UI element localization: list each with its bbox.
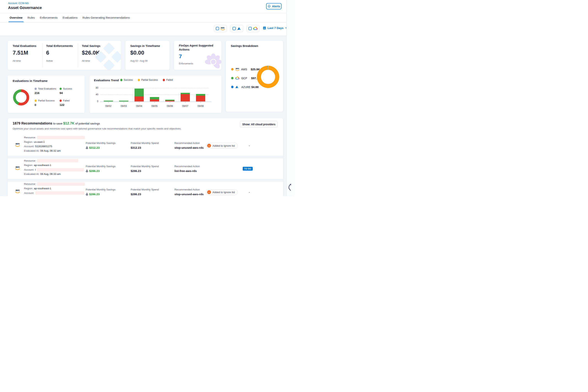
tab-rules[interactable]: Rules: [28, 13, 35, 22]
legend-value: 94: [60, 91, 72, 94]
recommendation-row[interactable]: awsResource:Region:ap-southeast-1Account…: [8, 158, 283, 179]
breakdown-legend-azure: AZURE$4.88: [231, 85, 260, 88]
legend-item-partial-success: Partial Success0: [34, 99, 54, 106]
bar-slot-08-02: [101, 88, 116, 102]
value-text: $312.23: [89, 146, 100, 149]
legend-dot: [231, 77, 234, 79]
recommendation-row[interactable]: awsResource:Region:ap-southeast-1Account…: [8, 182, 283, 196]
savings-breakdown-donut: [257, 66, 279, 88]
overview-content: Total Evaluations7.51MAll-timeTotal Enfo…: [0, 36, 286, 196]
column-recommended-action: Recommended Actionstop-unused-aws-rds: [174, 188, 204, 196]
value-text: list-free-aws-rds: [174, 169, 197, 172]
column-potential-monthly-spend: Potential Monthly Spend$312.23: [131, 142, 159, 149]
date-range-selector[interactable]: Last 7 Days: [263, 26, 287, 30]
legend-text: Partial Success: [38, 99, 54, 102]
value-text: $286.23: [131, 192, 141, 196]
bar-segment-success: [181, 93, 190, 94]
cloud-provider-filter-dropdown[interactable]: Show: All cloud providers: [240, 121, 278, 128]
tab-enforcements[interactable]: Enforcements: [40, 13, 58, 22]
ignored-status-pill[interactable]: –Added to Ignore list: [206, 189, 238, 195]
aws-checkbox[interactable]: [216, 27, 219, 30]
ignored-status-pill[interactable]: –Added to Ignore list: [206, 143, 238, 148]
bar-segment-failed: [165, 101, 174, 102]
alerts-button[interactable]: Alerts: [266, 3, 282, 10]
ai-assistant-icon[interactable]: [288, 184, 292, 194]
alerts-button-label: Alerts: [272, 4, 280, 8]
bar-slot-08-05: [147, 88, 162, 102]
empty-cell-dash: -: [249, 144, 250, 147]
value-text: stop-unused-aws-rds: [174, 146, 204, 149]
legend-text: Partial Success: [141, 78, 158, 81]
row-separator: [8, 156, 283, 158]
x-axis-label-08-03: 08/03: [116, 103, 132, 108]
azure-logo-icon: [237, 27, 241, 30]
axis-tick: [154, 102, 155, 103]
bar-segment-success: [150, 97, 159, 99]
divider: [78, 44, 78, 67]
bar-slot-08-08: [193, 88, 208, 102]
evaluations-trend-card: Evaluations Trend SuccessPartial Success…: [90, 76, 221, 113]
gcp-checkbox[interactable]: [248, 27, 252, 30]
detail-label: Region:: [24, 164, 33, 166]
gcp-logo-wrap: [235, 76, 240, 80]
aws-logo-icon: aws: [15, 189, 20, 193]
detail-line-account: Account:: [24, 192, 84, 195]
detail-label: Account:: [24, 168, 34, 171]
cloud-provider-filter-label: Show: All cloud providers: [242, 123, 275, 126]
column-recommended-action: Recommended Actionstop-unused-aws-rds: [174, 142, 204, 149]
provider-filter-gcp[interactable]: [246, 25, 260, 32]
axis-tick: [124, 102, 124, 103]
value-text: $286.23: [89, 192, 100, 196]
account-breadcrumb-link[interactable]: Account: CCM-NG: [8, 2, 29, 4]
aws-logo-icon: aws: [220, 27, 225, 30]
provider-name: AWS: [241, 68, 251, 71]
aws-logo-icon: aws: [235, 68, 240, 71]
legend-value: 122: [60, 103, 70, 106]
azure-checkbox[interactable]: [232, 27, 236, 30]
column-value: stop-unused-aws-rds: [174, 192, 204, 196]
detail-label: Evaluated At:: [24, 196, 40, 196]
column-label: Potential Monthly Savings: [86, 165, 116, 168]
stat-caption: Active: [46, 60, 53, 62]
stacked-bar-08-03: [119, 101, 128, 102]
legend-dot: [34, 100, 37, 102]
column-value: $$312.23: [86, 146, 116, 149]
provider-filter-azure[interactable]: [230, 25, 243, 32]
column-label: Recommended Action: [174, 142, 204, 144]
column-label: Potential Monthly Spend: [131, 142, 159, 144]
legend-item-success: Success94: [60, 88, 72, 94]
stacked-bar-08-05: [150, 97, 159, 102]
legend-dot: [163, 79, 165, 81]
column-potential-monthly-spend: Potential Monthly Spend$286.23: [131, 165, 159, 172]
legend-text: Success: [124, 78, 133, 81]
heading-text: of potential savings: [75, 122, 100, 125]
y-axis-tick-0: 0: [92, 100, 98, 102]
bar-slot-08-07: [178, 88, 193, 102]
money-bag-icon: $: [86, 146, 88, 149]
x-axis-label-08-02: 08/02: [101, 103, 116, 108]
breakdown-legend-gcp: GCP$97.19: [231, 76, 260, 80]
card-title: Savings in Timeframe: [130, 44, 160, 48]
stat-value: 7.51M: [13, 50, 28, 56]
provider-savings-value: $4.88: [251, 85, 259, 88]
x-axis-label-08-07: 08/07: [178, 103, 193, 108]
watermark-flower: [204, 52, 221, 70]
savings-in-timeframe-range: Aug 02 - Aug 09: [130, 60, 148, 62]
page-title: Asset Governance: [8, 6, 42, 10]
tab-overview[interactable]: Overview: [10, 13, 22, 22]
legend-dot: [34, 88, 37, 90]
tab-evaluations[interactable]: Evaluations: [63, 13, 78, 22]
recommendation-row[interactable]: awsResource:Region:us-east-1Account:5116…: [8, 135, 283, 156]
column-label: Recommended Action: [174, 165, 200, 168]
tab-rules-generating-recommendations[interactable]: Rules Generating Recommendations: [82, 13, 130, 22]
provider-filter-aws[interactable]: aws: [214, 25, 227, 32]
column-value: $286.23: [131, 169, 159, 172]
detail-label: Resource:: [24, 159, 36, 162]
legend-item-failed: Failed122: [60, 99, 70, 106]
provider-name: GCP: [241, 77, 251, 80]
value-text: $312.23: [131, 146, 141, 149]
detail-value: 08 Aug, 06:32 am: [40, 149, 61, 152]
detail-label: Region:: [24, 187, 33, 190]
tabs-bar: OverviewRulesEnforcementsEvaluationsRule…: [0, 13, 286, 22]
todo-status-badge[interactable]: TO DO: [243, 167, 253, 171]
